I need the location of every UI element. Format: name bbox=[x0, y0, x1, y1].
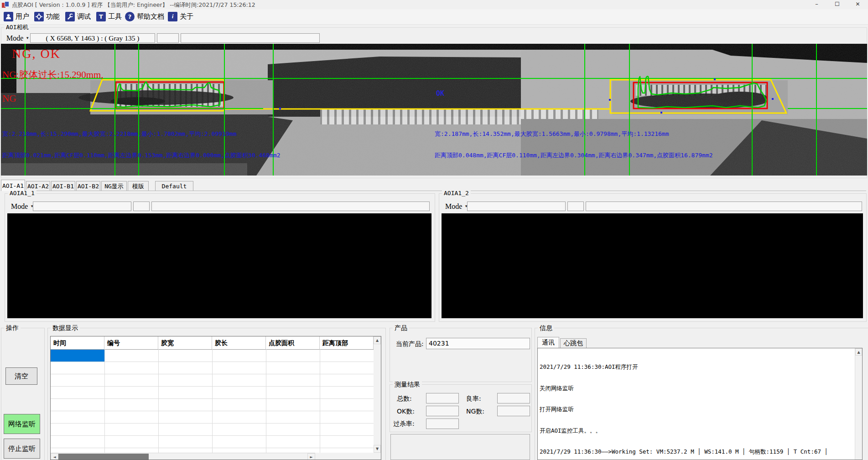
toolbar-item-label: 功能 bbox=[46, 12, 60, 21]
panel1-field-1[interactable] bbox=[33, 202, 131, 211]
ok-count-field[interactable] bbox=[426, 406, 459, 416]
column-header[interactable]: 距离顶部 bbox=[320, 336, 374, 349]
grid-line bbox=[51, 435, 374, 436]
overlay-ng-reason-text: NG:胶体过长:15.290mm, bbox=[2, 68, 104, 81]
column-header[interactable]: 点胶面积 bbox=[266, 336, 320, 349]
grid-line bbox=[212, 349, 213, 453]
current-product-field[interactable]: 40231 bbox=[426, 338, 530, 349]
yield-label: 良率: bbox=[466, 395, 481, 403]
scroll-down-icon[interactable]: ▼ bbox=[374, 445, 381, 453]
user-icon bbox=[4, 12, 13, 21]
panel2-field-1[interactable] bbox=[467, 202, 566, 211]
measure-left-line1: 宽:2.218mm,长:15.290mm,最大胶宽:2.2218mm,最小:1.… bbox=[2, 130, 237, 138]
total-label: 总数: bbox=[397, 395, 412, 403]
toolbar-item-debug[interactable]: 调试 bbox=[65, 11, 91, 21]
camera-field-small[interactable] bbox=[157, 33, 179, 43]
table-header-row: 时间 编号 胶宽 胶长 点胶面积 距离顶部 bbox=[51, 336, 374, 350]
camera-mode-dropdown[interactable]: Mode ▼ bbox=[6, 33, 29, 43]
tab-strip-divider bbox=[1, 191, 866, 191]
yield-field[interactable] bbox=[497, 393, 530, 403]
clear-button[interactable]: 清空 bbox=[5, 367, 37, 385]
toolbar-item-tools[interactable]: T 工具 bbox=[96, 11, 122, 21]
info-icon: i bbox=[168, 12, 177, 21]
overkill-field[interactable] bbox=[426, 419, 459, 429]
camera-coords-field[interactable]: ( X 6568, Y 1463 ) : ( Gray 135 ) bbox=[30, 33, 155, 43]
column-header[interactable]: 时间 bbox=[51, 336, 104, 349]
grid-line bbox=[266, 349, 266, 453]
column-header[interactable]: 编号 bbox=[104, 336, 158, 349]
measure-result-label: 测量结果 bbox=[393, 381, 422, 388]
grid-line bbox=[51, 398, 374, 399]
tab-aoi-b1[interactable]: AOI-B1 bbox=[51, 181, 75, 191]
tab-default[interactable]: Default bbox=[155, 181, 193, 191]
tab-aoi-a1[interactable]: AOI-A1 bbox=[1, 180, 25, 191]
camera-field-wide[interactable] bbox=[181, 33, 320, 43]
table-hscrollbar[interactable]: ◄ ► bbox=[51, 453, 315, 460]
scroll-left-icon[interactable]: ◄ bbox=[51, 453, 58, 460]
scroll-right-icon[interactable]: ► bbox=[307, 453, 315, 460]
column-header[interactable]: 胶宽 bbox=[158, 336, 212, 349]
scroll-corner bbox=[315, 453, 374, 460]
data-display-label: 数据显示 bbox=[51, 324, 80, 331]
log-line: 2021/7/29 11:36:30——>Working Set: VM:523… bbox=[540, 448, 848, 455]
grid-line bbox=[320, 349, 320, 453]
measure-right-line1: 宽:2.187mm,长:14.352mm,最大胶宽:1.5663mm,最小:0.… bbox=[435, 130, 669, 138]
panel2-field-2[interactable] bbox=[567, 202, 584, 211]
scroll-up-icon[interactable]: ▲ bbox=[374, 336, 381, 344]
column-header[interactable]: 胶长 bbox=[212, 336, 266, 349]
hscroll-thumb[interactable] bbox=[58, 454, 149, 460]
table-vscrollbar[interactable]: ▲ ▼ bbox=[374, 336, 381, 460]
scroll-up-icon[interactable]: ▲ bbox=[855, 348, 862, 356]
chevron-down-icon: ▼ bbox=[26, 36, 29, 40]
tool-icon: T bbox=[96, 12, 106, 21]
panel2-image-area[interactable] bbox=[442, 213, 863, 318]
overkill-label: 过杀率: bbox=[393, 420, 415, 428]
panel1-mode-dropdown[interactable]: Mode ▼ bbox=[11, 202, 34, 211]
network-listen-button[interactable]: 网络监听 bbox=[4, 414, 40, 434]
stop-listen-button[interactable]: 停止监听 bbox=[4, 439, 40, 459]
window-title: 点胶AOI [ Version : 1.0.0.9 ] 程序 【当前用户: En… bbox=[12, 1, 255, 9]
close-button[interactable]: ✕ bbox=[847, 0, 868, 9]
operate-group-label: 操作 bbox=[4, 324, 21, 331]
tab-heartbeat[interactable]: 心跳包 bbox=[560, 338, 587, 348]
tab-ng-display[interactable]: NG显示 bbox=[101, 181, 127, 191]
product-group: 产品 bbox=[390, 328, 532, 382]
app-window: 点胶AOI [ Version : 1.0.0.9 ] 程序 【当前用户: En… bbox=[0, 0, 868, 460]
maximize-button[interactable]: ☐ bbox=[827, 0, 847, 9]
camera-viewport[interactable]: NG, OK NG:胶体过长:15.290mm, NG OK 宽:2.218mm… bbox=[1, 44, 867, 176]
total-field[interactable] bbox=[426, 393, 459, 403]
app-icon bbox=[2, 1, 9, 8]
toolbar-item-label: 工具 bbox=[108, 12, 122, 21]
overlay-status-text: NG, OK bbox=[12, 47, 61, 61]
log-vscrollbar[interactable]: ▲ bbox=[855, 348, 862, 460]
panel2-field-3[interactable] bbox=[586, 202, 862, 211]
panel1-image-area[interactable] bbox=[7, 213, 431, 318]
title-bar: 点胶AOI [ Version : 1.0.0.9 ] 程序 【当前用户: En… bbox=[0, 0, 868, 9]
selected-cell[interactable] bbox=[51, 350, 104, 362]
measure-left-line2: 距离顶部0.021mm,距离CF层0.110mm,距离左边界0.153mm,距离… bbox=[2, 151, 281, 160]
view-tab-strip: AOI-A1 AOI-A2 AOI-B1 AOI-B2 NG显示 模版 Defa… bbox=[0, 180, 868, 191]
toolbar-item-function[interactable]: 功能 bbox=[34, 11, 60, 21]
toolbar-item-label: 用户 bbox=[16, 12, 29, 21]
product-extra-box bbox=[390, 434, 530, 460]
toolbar-item-user[interactable]: 用户 bbox=[4, 11, 29, 21]
ng-count-field[interactable] bbox=[497, 406, 530, 416]
panel1-field-3[interactable] bbox=[151, 202, 430, 211]
tab-aoi-b2[interactable]: AOI-B2 bbox=[76, 181, 100, 191]
panel2-mode-dropdown[interactable]: Mode ▼ bbox=[445, 202, 468, 211]
tab-template[interactable]: 模版 bbox=[128, 181, 149, 191]
grid-line bbox=[51, 448, 374, 448]
log-text: 2021/7/29 11:36:30:AOI程序打开 关闭网络监听 打开网络监听… bbox=[540, 349, 848, 460]
minimize-button[interactable]: – bbox=[806, 0, 827, 9]
overlay-ok-mark: OK bbox=[436, 89, 444, 98]
tab-comm[interactable]: 通讯 bbox=[537, 337, 559, 348]
toolbar-item-about[interactable]: i 关于 bbox=[168, 11, 193, 21]
current-product-value: 40231 bbox=[429, 340, 449, 347]
panel1-field-2[interactable] bbox=[133, 202, 150, 211]
data-table[interactable]: 时间 编号 胶宽 胶长 点胶面积 距离顶部 ▲ ▼ ◄ ► bbox=[50, 336, 381, 460]
toolbar-item-help[interactable]: ? 帮助文档 bbox=[125, 11, 164, 21]
grid-line bbox=[51, 362, 374, 362]
log-line: 开启AOI监控工具。。。 bbox=[540, 427, 848, 434]
comm-log-area[interactable]: 2021/7/29 11:36:30:AOI程序打开 关闭网络监听 打开网络监听… bbox=[537, 348, 863, 460]
info-group-label: 信息 bbox=[538, 324, 554, 331]
